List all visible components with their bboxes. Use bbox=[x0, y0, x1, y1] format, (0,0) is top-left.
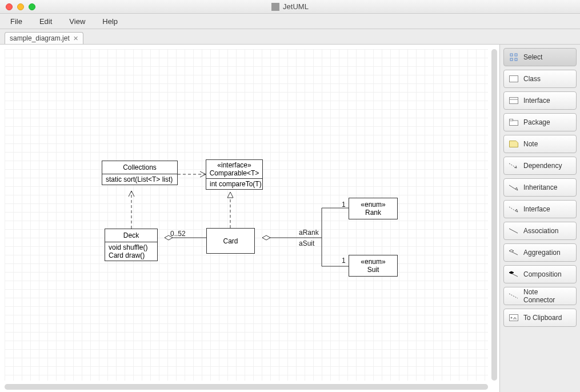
svg-line-23 bbox=[509, 294, 518, 298]
svg-rect-8 bbox=[510, 54, 513, 56]
node-op: static sort(List<T> list) bbox=[102, 174, 177, 185]
node-name: Suit bbox=[351, 266, 395, 274]
tool-label: Inheritance bbox=[523, 183, 557, 191]
node-name: Deck bbox=[105, 229, 157, 242]
composition-icon bbox=[509, 270, 519, 278]
svg-rect-13 bbox=[510, 98, 518, 104]
node-deck[interactable]: Deck void shuffle() Card draw() bbox=[105, 229, 158, 261]
label-rank-mult: 1 bbox=[342, 201, 346, 209]
node-rank[interactable]: «enum» Rank bbox=[349, 198, 398, 219]
tool-composition[interactable]: Composition bbox=[503, 265, 577, 283]
node-collections[interactable]: Collections static sort(List<T> list) bbox=[102, 161, 178, 185]
tool-label: Select bbox=[523, 53, 542, 61]
stereotype: «interface» bbox=[209, 161, 260, 169]
diagram-canvas[interactable]: Comparable dependency --> Collections de… bbox=[5, 49, 488, 381]
association-icon bbox=[509, 227, 519, 235]
svg-rect-11 bbox=[515, 58, 517, 61]
note-conn-icon bbox=[509, 292, 519, 300]
select-icon bbox=[509, 53, 519, 61]
class-icon bbox=[509, 75, 519, 83]
node-name: Collections bbox=[102, 161, 177, 174]
aggregation-icon bbox=[509, 249, 519, 257]
tool-package[interactable]: Package bbox=[503, 113, 577, 131]
app-icon bbox=[271, 3, 279, 11]
tool-inheritance[interactable]: Inheritance bbox=[503, 178, 577, 197]
tabbar: sample_diagram.jet ✕ bbox=[0, 29, 580, 44]
tool-label: Note Connector bbox=[523, 288, 571, 304]
label-multiplicity: 0..52 bbox=[170, 230, 186, 238]
tab-sample-diagram[interactable]: sample_diagram.jet ✕ bbox=[5, 32, 83, 44]
inheritance-icon bbox=[509, 183, 519, 191]
scroll-thumb[interactable] bbox=[491, 49, 497, 381]
svg-line-20 bbox=[509, 229, 518, 233]
tool-label: Association bbox=[523, 227, 558, 235]
tool-label: To Clipboard bbox=[523, 314, 562, 322]
interface-conn-icon bbox=[509, 205, 519, 213]
tool-interface-conn[interactable]: Interface bbox=[503, 200, 577, 218]
svg-line-19 bbox=[509, 207, 515, 211]
node-card[interactable]: Card bbox=[206, 228, 255, 254]
node-suit[interactable]: «enum» Suit bbox=[349, 255, 398, 277]
tool-label: Dependency bbox=[523, 162, 562, 170]
tool-label: Interface bbox=[523, 97, 550, 105]
workspace: Comparable dependency --> Collections de… bbox=[0, 44, 580, 392]
tool-aggregation[interactable]: Aggregation bbox=[503, 243, 577, 262]
tool-note[interactable]: Note bbox=[503, 135, 577, 153]
op2: Card draw() bbox=[109, 251, 154, 259]
scroll-thumb[interactable] bbox=[5, 384, 488, 390]
tool-to-clipboard[interactable]: To Clipboard bbox=[503, 309, 577, 327]
app-title-label: JetUML bbox=[283, 2, 309, 11]
tool-dependency[interactable]: Dependency bbox=[503, 157, 577, 175]
close-icon[interactable]: ✕ bbox=[73, 35, 78, 42]
menu-file[interactable]: File bbox=[10, 17, 22, 26]
note-icon bbox=[509, 140, 519, 148]
svg-line-21 bbox=[512, 252, 518, 255]
node-name: Card bbox=[223, 237, 238, 245]
svg-rect-15 bbox=[510, 121, 518, 126]
palette: Select Class Interface Package Note Depe… bbox=[499, 44, 580, 392]
dependency-icon bbox=[509, 162, 519, 170]
tool-note-connector[interactable]: Note Connector bbox=[503, 287, 577, 305]
tool-label: Class bbox=[523, 75, 541, 83]
node-header: «interface» Comparable<T> bbox=[206, 160, 262, 178]
svg-rect-10 bbox=[510, 58, 513, 61]
svg-line-22 bbox=[512, 274, 518, 277]
stereotype: «enum» bbox=[351, 258, 395, 266]
menu-view[interactable]: View bbox=[69, 17, 85, 26]
node-name: Rank bbox=[351, 209, 395, 217]
tool-label: Note bbox=[523, 140, 538, 148]
edges-layer: Comparable dependency --> Collections de… bbox=[5, 49, 488, 381]
op1: void shuffle() bbox=[109, 243, 154, 251]
node-op: int compareTo(T) bbox=[206, 178, 262, 189]
titlebar: JetUML bbox=[0, 0, 580, 14]
svg-point-25 bbox=[511, 317, 513, 319]
tool-association[interactable]: Association bbox=[503, 222, 577, 240]
svg-rect-16 bbox=[510, 119, 513, 121]
svg-rect-9 bbox=[515, 54, 517, 56]
interface-icon bbox=[509, 97, 519, 105]
menu-help[interactable]: Help bbox=[102, 17, 118, 26]
menubar: File Edit View Help bbox=[0, 14, 580, 29]
node-header: «enum» Rank bbox=[349, 198, 397, 219]
node-comparable[interactable]: «interface» Comparable<T> int compareTo(… bbox=[206, 159, 263, 190]
node-header: «enum» Suit bbox=[349, 255, 397, 276]
svg-line-18 bbox=[509, 185, 515, 189]
tool-label: Composition bbox=[523, 270, 562, 278]
canvas-wrapper: Comparable dependency --> Collections de… bbox=[0, 44, 499, 392]
tool-label: Interface bbox=[523, 205, 550, 213]
menu-edit[interactable]: Edit bbox=[39, 17, 52, 26]
tool-select[interactable]: Select bbox=[503, 48, 577, 66]
tool-class[interactable]: Class bbox=[503, 70, 577, 88]
stereotype: «enum» bbox=[351, 201, 395, 209]
scrollbar-vertical[interactable] bbox=[491, 49, 497, 381]
clipboard-icon bbox=[509, 314, 519, 322]
node-ops: void shuffle() Card draw() bbox=[105, 242, 157, 261]
label-asuit: aSuit bbox=[299, 239, 314, 247]
window-title: JetUML bbox=[0, 2, 580, 11]
tab-label: sample_diagram.jet bbox=[10, 34, 70, 42]
tool-label: Aggregation bbox=[523, 249, 561, 257]
label-suit-mult: 1 bbox=[342, 257, 346, 265]
scrollbar-horizontal[interactable] bbox=[5, 384, 488, 390]
tool-interface[interactable]: Interface bbox=[503, 91, 577, 110]
svg-line-17 bbox=[509, 163, 517, 168]
